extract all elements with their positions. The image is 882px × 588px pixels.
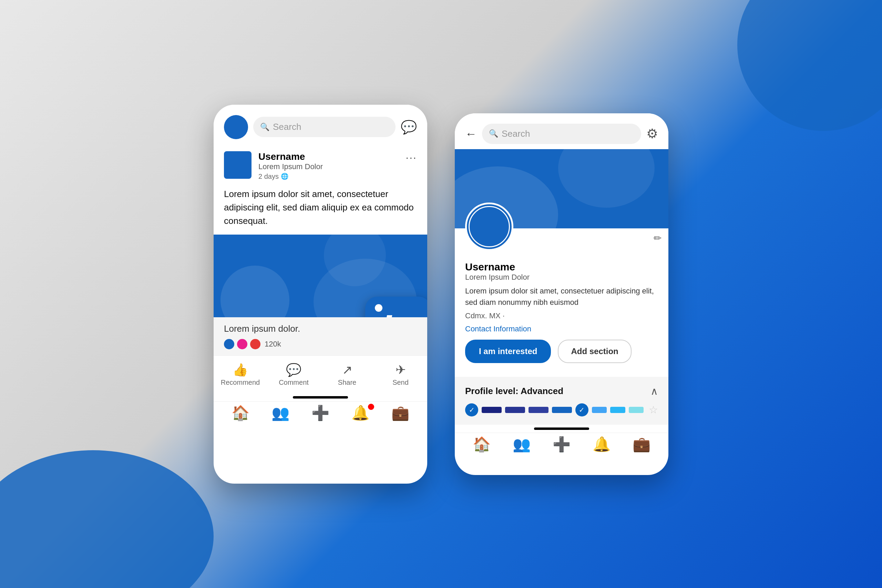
phone-feed: 🔍 Search 💬 Username Lorem Ipsum Dolor 2 … <box>214 105 427 484</box>
message-icon[interactable]: 💬 <box>401 120 417 135</box>
send-label: Send <box>392 379 409 387</box>
share-button[interactable]: ↗ Share <box>320 359 374 390</box>
progress-seg-2 <box>505 407 525 413</box>
p2-add-icon: ➕ <box>553 436 570 453</box>
profile-level-section: Profile level: Advanced ∧ ✓ ✓ ☆ <box>455 377 668 425</box>
reaction-count: 120k <box>265 340 281 349</box>
image-blob-1 <box>220 266 290 317</box>
linkedin-badge: in <box>365 297 427 317</box>
search-bar-phone1[interactable]: 🔍 Search <box>253 117 396 137</box>
progress-seg-4 <box>552 407 572 413</box>
progress-seg-1 <box>482 407 502 413</box>
search-bar-phone2[interactable]: 🔍 Search <box>482 124 641 144</box>
interested-button[interactable]: I am interested <box>465 340 551 363</box>
post-avatar <box>224 151 252 179</box>
chevron-up-icon[interactable]: ∧ <box>651 385 658 397</box>
notification-badge <box>368 404 374 410</box>
share-label: Share <box>338 379 356 387</box>
p2-nav-network[interactable]: 👥 <box>502 436 542 453</box>
linkedin-in-letter: in <box>381 310 415 317</box>
search-icon-2: 🔍 <box>489 129 498 138</box>
send-icon: ✈ <box>396 363 406 377</box>
reaction-dot-pink <box>237 339 248 349</box>
share-icon: ↗ <box>342 363 352 377</box>
post-text: Lorem ipsum dolor sit amet, consectetuer… <box>224 188 417 228</box>
nav-network[interactable]: 👥 <box>261 404 300 421</box>
globe-icon: 🌐 <box>281 172 288 180</box>
people-icon: 👥 <box>272 404 290 421</box>
p2-nav-add[interactable]: ➕ <box>542 436 582 453</box>
p2-nav-notifications[interactable]: 🔔 <box>582 436 621 453</box>
linkedin-dot <box>375 304 382 312</box>
search-icon: 🔍 <box>260 123 269 132</box>
progress-seg-7 <box>629 407 644 413</box>
comment-button[interactable]: 💬 Comment <box>267 359 320 390</box>
progress-seg-6 <box>610 407 625 413</box>
home-icon: 🏠 <box>231 404 249 421</box>
user-avatar[interactable] <box>224 115 248 139</box>
profile-subtitle: Lorem Ipsum Dolor <box>465 273 658 282</box>
settings-icon[interactable]: ⚙ <box>646 126 658 141</box>
profile-avatar <box>465 202 513 251</box>
home-indicator-1 <box>293 396 348 399</box>
p2-nav-jobs[interactable]: 💼 <box>621 436 662 453</box>
nav-jobs[interactable]: 💼 <box>380 404 420 421</box>
add-section-button[interactable]: Add section <box>558 340 631 363</box>
p2-briefcase-icon: 💼 <box>633 436 651 453</box>
p2-bell-icon: 🔔 <box>592 436 610 453</box>
add-icon: ➕ <box>312 404 329 421</box>
briefcase-icon: 💼 <box>392 404 409 421</box>
profile-blob-2 <box>558 149 655 208</box>
reactions-row: 120k <box>224 339 417 349</box>
profile-level-title: Profile level: Advanced <box>465 386 563 396</box>
p2-people-icon: 👥 <box>513 436 531 453</box>
progress-seg-5 <box>592 407 607 413</box>
phone-profile: ← 🔍 Search ⚙ ✏ Username Lorem Ipsum Dolo… <box>455 113 668 475</box>
profile-username: Username <box>465 261 658 273</box>
edit-pencil-icon[interactable]: ✏ <box>654 232 662 244</box>
recommend-icon: 👍 <box>232 363 248 377</box>
profile-actions: I am interested Add section <box>465 340 658 363</box>
post-caption: Lorem ipsum dolor. <box>224 324 417 334</box>
home-indicator-2 <box>534 428 589 430</box>
bell-icon: 🔔 <box>351 404 369 421</box>
send-button[interactable]: ✈ Send <box>374 359 427 390</box>
post-actions: 👍 Recommend 💬 Comment ↗ Share ✈ Send <box>214 356 427 393</box>
recommend-button[interactable]: 👍 Recommend <box>214 359 267 390</box>
check-circle-2: ✓ <box>575 404 588 417</box>
nav-notifications[interactable]: 🔔 <box>340 404 380 421</box>
check-circle-1: ✓ <box>465 404 478 417</box>
profile-info: ✏ Username Lorem Ipsum Dolor Lorem ipsum… <box>455 228 668 377</box>
phone1-header: 🔍 Search 💬 <box>214 105 427 144</box>
progress-bar-row: ✓ ✓ ☆ <box>465 404 658 417</box>
profile-location: Cdmx. MX · <box>465 311 658 320</box>
post-user-info: Username Lorem Ipsum Dolor 2 days 🌐 <box>258 151 405 180</box>
reaction-dot-blue <box>224 339 234 349</box>
contact-information-link[interactable]: Contact Information <box>465 324 658 333</box>
nav-home[interactable]: 🏠 <box>220 404 261 421</box>
back-arrow-icon[interactable]: ← <box>465 127 477 141</box>
more-options-icon[interactable]: ··· <box>405 151 417 164</box>
reaction-dot-red <box>250 339 261 349</box>
search-input-label: Search <box>273 122 301 132</box>
post-time: 2 days <box>258 172 279 180</box>
post-card: Username Lorem Ipsum Dolor 2 days 🌐 ··· … <box>214 144 427 235</box>
reactions-bar: Lorem ipsum dolor. 120k <box>214 317 427 356</box>
profile-name-area: Username Lorem Ipsum Dolor Lorem ipsum d… <box>465 261 658 363</box>
post-header: Username Lorem Ipsum Dolor 2 days 🌐 ··· <box>224 151 417 180</box>
profile-avatar-wrapper <box>465 202 513 251</box>
post-meta: 2 days 🌐 <box>258 172 405 180</box>
bottom-nav-phone2: 🏠 👥 ➕ 🔔 💼 <box>455 433 668 455</box>
comment-icon: 💬 <box>286 363 302 377</box>
progress-seg-3 <box>528 407 549 413</box>
nav-add[interactable]: ➕ <box>300 404 340 421</box>
bottom-nav-phone1: 🏠 👥 ➕ 🔔 💼 <box>214 401 427 424</box>
post-username: Username <box>258 151 405 162</box>
comment-label: Comment <box>279 379 309 387</box>
phones-container: 🔍 Search 💬 Username Lorem Ipsum Dolor 2 … <box>214 105 668 484</box>
recommend-label: Recommend <box>221 379 260 387</box>
profile-level-header: Profile level: Advanced ∧ <box>465 385 658 397</box>
star-icon: ☆ <box>649 404 658 416</box>
p2-home-icon: 🏠 <box>473 436 490 453</box>
p2-nav-home[interactable]: 🏠 <box>462 436 502 453</box>
